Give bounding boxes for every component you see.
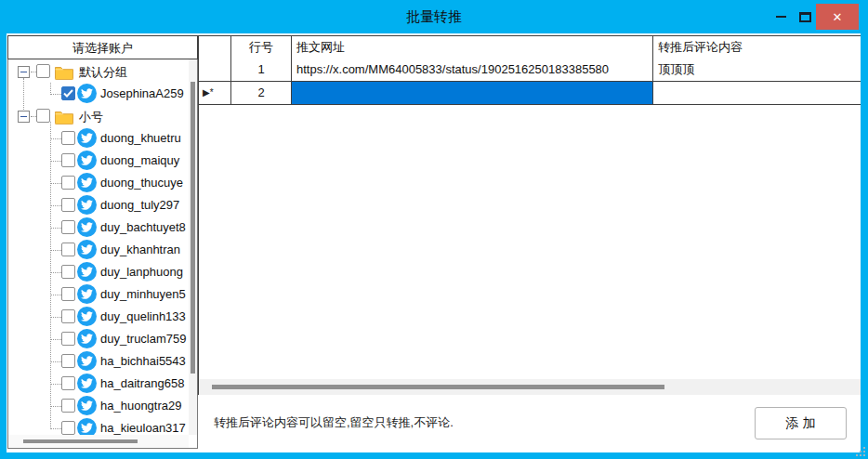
tree-group-item[interactable]: 小号: [8, 105, 189, 127]
account-checkbox[interactable]: [61, 376, 75, 390]
account-label[interactable]: duong_maiquy: [100, 153, 179, 167]
group-checkbox[interactable]: [36, 64, 50, 78]
row-number-cell[interactable]: 2: [231, 82, 292, 105]
tree-expand-toggle[interactable]: [18, 66, 30, 78]
maximize-icon: [799, 12, 811, 22]
account-checkbox[interactable]: [61, 220, 75, 234]
tree-account-item[interactable]: duong_khuetru: [8, 127, 189, 150]
grid-header-comment[interactable]: 转推后评论内容: [653, 36, 861, 59]
account-checkbox[interactable]: [61, 287, 75, 301]
tree-account-item[interactable]: ha_huongtra29: [8, 395, 189, 417]
close-icon: ✕: [833, 11, 843, 23]
grid-header-row: 行号 推文网址 转推后评论内容: [199, 35, 861, 59]
row-number-cell[interactable]: 1: [231, 59, 292, 82]
twitter-bird-icon: [77, 351, 97, 371]
folder-icon: [54, 64, 74, 84]
twitter-bird-icon: [77, 151, 97, 170]
account-label[interactable]: duy_lanphuong: [100, 265, 183, 279]
account-label[interactable]: ha_kieuloan317: [100, 421, 186, 435]
tree-connector-line: [50, 272, 61, 273]
tree-account-item[interactable]: duong_tuly297: [8, 194, 189, 216]
add-button[interactable]: 添 加: [755, 407, 847, 439]
tree-account-item[interactable]: ha_kieuloan317: [8, 417, 189, 435]
grid-header-row-number[interactable]: 行号: [231, 36, 292, 59]
tree-connector-line: [50, 406, 61, 407]
account-tree: 默认分组JosephinaA259小号duong_khuetruduong_ma…: [7, 59, 198, 449]
group-label[interactable]: 小号: [79, 109, 103, 125]
account-checkbox[interactable]: [61, 176, 75, 190]
twitter-bird-icon: [77, 128, 97, 148]
minimize-button[interactable]: [769, 0, 792, 33]
tweet-url-cell[interactable]: [292, 82, 653, 105]
twitter-bird-icon: [77, 374, 97, 393]
account-label[interactable]: ha_bichhai5543: [100, 354, 186, 368]
account-label[interactable]: ha_daitrang658: [100, 376, 184, 390]
twitter-bird-icon: [77, 329, 97, 348]
account-checkbox[interactable]: [61, 399, 75, 413]
twitter-bird-icon: [77, 396, 97, 415]
account-label[interactable]: duy_bachtuyet8: [100, 220, 186, 234]
account-label[interactable]: duong_tuly297: [100, 198, 179, 212]
tree-account-item[interactable]: duy_minhuyen5: [8, 283, 189, 306]
account-label[interactable]: JosephinaA259: [100, 86, 184, 100]
group-checkbox[interactable]: [36, 109, 50, 123]
account-label[interactable]: duy_khanhtran: [100, 243, 180, 256]
scrollbar-thumb[interactable]: [191, 82, 195, 374]
twitter-bird-icon: [77, 173, 97, 192]
tree-account-item[interactable]: JosephinaA259: [8, 83, 189, 105]
tree-account-item[interactable]: duy_bachtuyet8: [8, 216, 189, 239]
tree-connector-line: [50, 295, 61, 295]
tree-account-item[interactable]: duy_khanhtran: [8, 239, 189, 261]
account-checkbox[interactable]: [61, 243, 75, 256]
tree-account-item[interactable]: duy_truclam759: [8, 328, 189, 350]
account-checkbox[interactable]: [61, 421, 75, 435]
tweet-url-cell[interactable]: https://x.com/MM64005833/status/19025162…: [292, 59, 653, 82]
close-button[interactable]: ✕: [816, 4, 859, 30]
comment-cell[interactable]: [653, 82, 861, 105]
comment-cell[interactable]: 顶顶顶: [653, 59, 861, 82]
row-indicator-cell[interactable]: ▶*: [199, 82, 231, 105]
tree-account-item[interactable]: ha_daitrang658: [8, 373, 189, 395]
account-checkbox[interactable]: [61, 354, 75, 368]
grid-horizontal-scrollbar[interactable]: [199, 379, 861, 395]
account-checkbox[interactable]: [61, 309, 75, 323]
account-checkbox[interactable]: [61, 265, 75, 279]
maximize-button[interactable]: [794, 0, 816, 33]
tree-account-item[interactable]: duy_lanphuong: [8, 261, 189, 283]
tree-connector-line: [50, 161, 61, 162]
account-label[interactable]: duy_quelinh133: [100, 309, 186, 323]
tree-account-item[interactable]: duy_quelinh133: [8, 306, 189, 328]
twitter-bird-icon: [77, 240, 97, 259]
tree-account-item[interactable]: duong_thucuye: [8, 172, 189, 194]
tree-vertical-scrollbar[interactable]: [189, 59, 197, 435]
tree-group-item[interactable]: 默认分组: [8, 60, 189, 83]
grid-rows: 1https://x.com/MM64005833/status/1902516…: [199, 59, 861, 105]
account-checkbox[interactable]: [61, 86, 75, 100]
account-label[interactable]: duy_truclam759: [100, 332, 187, 346]
account-label[interactable]: duong_khuetru: [100, 131, 181, 145]
account-checkbox[interactable]: [61, 198, 75, 212]
tree-connector-line: [50, 317, 61, 318]
account-panel: 请选择账户 默认分组JosephinaA259小号duong_khuetrudu…: [7, 35, 198, 449]
window-content: 请选择账户 默认分组JosephinaA259小号duong_khuetrudu…: [7, 33, 861, 452]
tree-connector-line: [50, 205, 61, 206]
account-label[interactable]: ha_huongtra29: [100, 399, 181, 413]
group-label[interactable]: 默认分组: [79, 64, 127, 81]
account-label[interactable]: duong_thucuye: [100, 176, 183, 190]
grid-header-tweet-url[interactable]: 推文网址: [292, 36, 653, 59]
scrollbar-thumb[interactable]: [23, 439, 138, 443]
resize-grip[interactable]: [854, 445, 865, 456]
twitter-bird-icon: [77, 195, 97, 215]
tree-account-item[interactable]: duong_maiquy: [8, 150, 189, 172]
account-label[interactable]: duy_minhuyen5: [100, 287, 186, 301]
tree-expand-toggle[interactable]: [18, 111, 30, 123]
account-checkbox[interactable]: [61, 332, 75, 346]
tree-horizontal-scrollbar[interactable]: [8, 435, 189, 448]
account-checkbox[interactable]: [61, 153, 75, 167]
tree-account-item[interactable]: ha_bichhai5543: [8, 350, 189, 373]
scrollbar-thumb[interactable]: [212, 385, 664, 389]
row-indicator-cell[interactable]: [199, 59, 231, 82]
footer-panel: 转推后评论内容可以留空,留空只转推,不评论. 添 加: [198, 395, 861, 452]
tree-connector-line: [50, 384, 61, 385]
account-checkbox[interactable]: [61, 131, 75, 145]
